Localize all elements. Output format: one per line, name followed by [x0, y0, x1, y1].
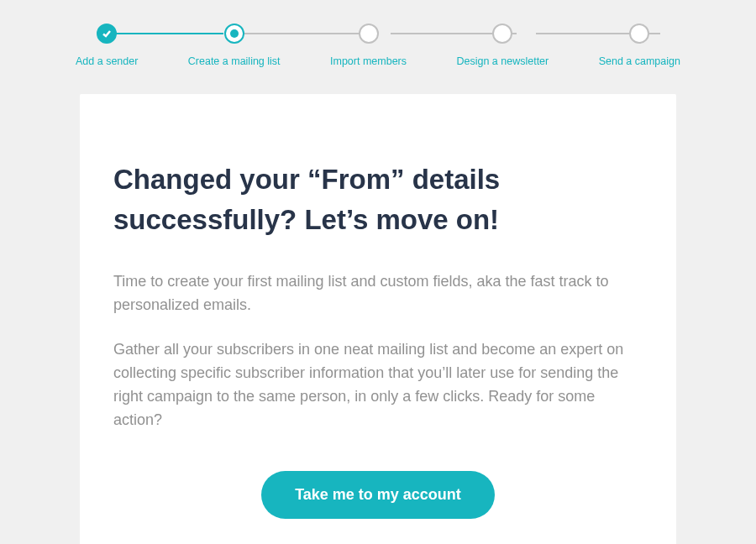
step-circle-pending	[492, 24, 512, 44]
step-circle-pending	[359, 24, 379, 44]
step-import-members[interactable]: Import members	[330, 24, 407, 67]
page-title: Changed your “From” details successfully…	[113, 160, 643, 240]
step-create-mailing-list[interactable]: Create a mailing list	[188, 24, 281, 67]
progress-stepper: Add a sender Create a mailing list Impor…	[0, 0, 756, 67]
step-label: Create a mailing list	[188, 55, 281, 67]
step-circle-completed	[97, 24, 117, 44]
step-design-newsletter[interactable]: Design a newsletter	[456, 24, 549, 67]
take-me-to-account-button[interactable]: Take me to my account	[261, 471, 495, 519]
body-paragraph: Time to create your first mailing list a…	[113, 270, 643, 317]
body-paragraph: Gather all your subscribers in one neat …	[113, 338, 643, 432]
step-circle-pending	[629, 24, 649, 44]
onboarding-card: Changed your “From” details successfully…	[80, 94, 676, 544]
step-label: Add a sender	[76, 55, 138, 67]
step-add-sender[interactable]: Add a sender	[76, 24, 138, 67]
step-label: Design a newsletter	[456, 55, 549, 67]
step-circle-active	[224, 24, 244, 44]
step-label: Send a campaign	[599, 55, 680, 67]
step-send-campaign[interactable]: Send a campaign	[599, 24, 680, 67]
step-label: Import members	[330, 55, 407, 67]
check-icon	[101, 28, 113, 39]
